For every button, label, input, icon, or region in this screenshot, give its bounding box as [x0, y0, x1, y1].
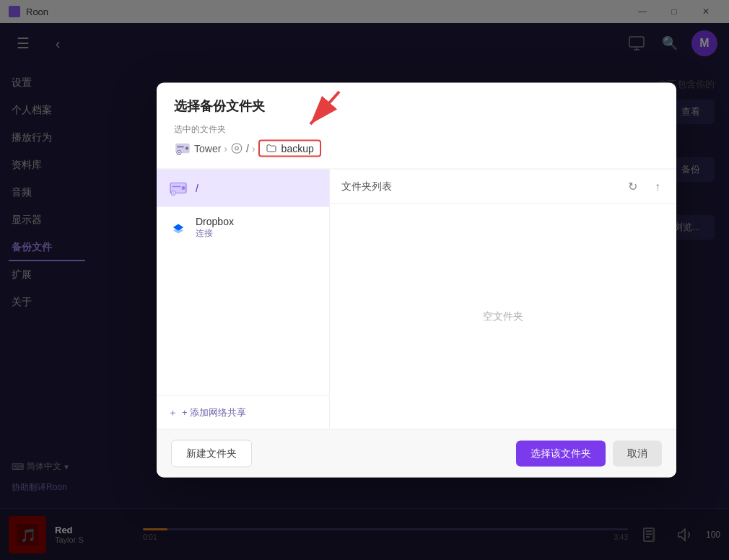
new-folder-button[interactable]: 新建文件夹: [171, 440, 252, 468]
cancel-button[interactable]: 取消: [613, 441, 662, 467]
refresh-button[interactable]: ↻: [624, 178, 642, 195]
svg-point-15: [173, 193, 174, 194]
dialog-folder-list: 文件夹列表 ↻ ↑ 空文件夹: [330, 170, 676, 429]
breadcrumb-backup[interactable]: backup: [258, 140, 321, 157]
breadcrumb-tower-label: Tower: [194, 143, 221, 154]
add-network-label: + 添加网络共享: [182, 406, 246, 419]
footer-left: 新建文件夹: [171, 440, 252, 468]
svg-point-7: [185, 147, 188, 150]
dialog-locations: / Dropbox 连接 ＋ + 添加网络共享: [157, 170, 330, 429]
folder-icon: [266, 143, 277, 154]
breadcrumb-label: 选中的文件夹: [174, 123, 659, 136]
location-dropbox[interactable]: Dropbox 连接: [157, 207, 329, 248]
svg-point-11: [235, 146, 239, 150]
svg-point-10: [232, 144, 242, 154]
folder-list-header: 文件夹列表 ↻ ↑: [330, 170, 676, 204]
breadcrumb-backup-label: backup: [281, 143, 314, 154]
drive-icon: [174, 140, 191, 157]
dropbox-icon: [168, 217, 188, 237]
location-local[interactable]: /: [157, 170, 329, 207]
breadcrumb-sep-1: ›: [224, 143, 227, 154]
add-network-share[interactable]: ＋ + 添加网络共享: [157, 395, 329, 429]
svg-point-9: [178, 152, 180, 154]
dialog-breadcrumb: Tower › / › backup: [174, 140, 659, 157]
breadcrumb-disk[interactable]: /: [230, 142, 249, 155]
folder-list-empty: 空文件夹: [330, 204, 676, 429]
breadcrumb-slash-label: /: [246, 143, 249, 154]
breadcrumb-tower[interactable]: Tower: [174, 140, 221, 157]
select-folder-button[interactable]: 选择该文件夹: [516, 441, 606, 467]
empty-folder-label: 空文件夹: [483, 310, 523, 323]
dialog-body: / Dropbox 连接 ＋ + 添加网络共享: [157, 170, 676, 429]
folder-list-actions: ↻ ↑: [624, 178, 665, 195]
svg-point-13: [182, 186, 185, 190]
dropbox-info: Dropbox 连接: [196, 216, 234, 240]
dialog: 选择备份文件夹 选中的文件夹 Tower ›: [157, 83, 676, 478]
folder-list-title: 文件夹列表: [341, 180, 392, 193]
breadcrumb-sep-2: ›: [252, 143, 256, 154]
disk-icon: [230, 142, 243, 155]
location-local-label: /: [196, 183, 198, 194]
red-arrow-indicator: [289, 88, 346, 131]
dropbox-connect[interactable]: 连接: [196, 227, 234, 240]
local-disk-icon: [168, 178, 188, 198]
dialog-footer: 新建文件夹 选择该文件夹 取消: [157, 429, 676, 478]
dialog-header: 选择备份文件夹 选中的文件夹 Tower ›: [157, 83, 676, 170]
dropbox-label: Dropbox: [196, 216, 234, 227]
footer-right: 选择该文件夹 取消: [516, 441, 662, 467]
plus-icon: ＋: [168, 406, 178, 419]
dialog-title: 选择备份文件夹: [174, 97, 659, 115]
up-button[interactable]: ↑: [650, 178, 665, 195]
